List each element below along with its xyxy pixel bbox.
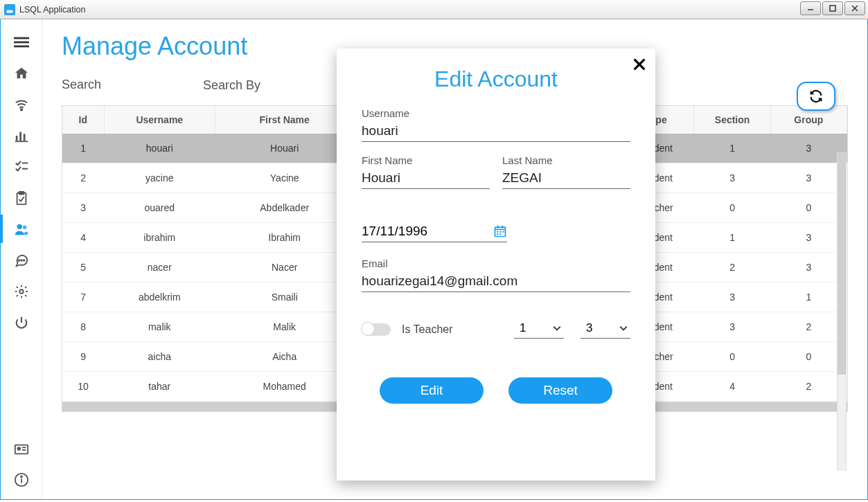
svg-point-25 (17, 447, 20, 450)
nav-accounts[interactable] (1, 213, 42, 244)
window-title: LSQL Application (19, 5, 85, 15)
svg-rect-10 (15, 136, 17, 141)
svg-point-19 (22, 225, 26, 229)
search-by-label[interactable]: Search By (203, 78, 286, 93)
select-section-value: 1 (520, 321, 526, 335)
svg-point-9 (20, 109, 21, 110)
maximize-button[interactable] (822, 1, 843, 15)
refresh-button[interactable] (797, 82, 835, 111)
chevron-down-icon (619, 324, 628, 332)
nav-chat[interactable] (1, 244, 42, 276)
sidebar (1, 19, 42, 499)
nav-power[interactable] (1, 307, 42, 338)
modal-title: Edit Account (362, 66, 630, 92)
svg-point-22 (23, 260, 24, 261)
nav-home[interactable] (1, 57, 42, 89)
svg-rect-17 (19, 191, 24, 194)
chevron-down-icon (553, 324, 561, 332)
nav-info[interactable] (1, 467, 42, 492)
refresh-icon (808, 89, 824, 104)
select-group[interactable]: 3 (581, 320, 630, 339)
chat-icon (14, 253, 29, 268)
close-window-button[interactable] (844, 1, 865, 15)
svg-rect-7 (14, 41, 29, 43)
menu-toggle[interactable] (1, 26, 42, 57)
chart-icon (14, 128, 29, 143)
col-id[interactable]: Id (62, 106, 104, 134)
nav-clipboard[interactable] (1, 182, 42, 213)
svg-rect-11 (19, 132, 21, 141)
svg-point-30 (21, 476, 22, 478)
svg-rect-38 (499, 231, 502, 233)
reset-button[interactable]: Reset (508, 377, 612, 404)
nav-settings[interactable] (1, 276, 42, 307)
svg-rect-39 (502, 231, 504, 233)
label-lastname: Last Name (502, 154, 630, 166)
close-modal-button[interactable] (632, 55, 647, 77)
power-icon (14, 315, 29, 330)
nav-stats[interactable] (1, 120, 42, 151)
svg-rect-1 (7, 10, 13, 12)
edit-account-modal: Edit Account Username houari First Name … (337, 48, 655, 481)
svg-rect-6 (14, 37, 29, 39)
svg-rect-3 (830, 6, 835, 11)
window-titlebar: LSQL Application (0, 0, 868, 19)
label-email: Email (362, 258, 630, 269)
nav-tasks[interactable] (1, 151, 42, 182)
select-group-value: 3 (586, 321, 592, 335)
gear-icon (14, 284, 29, 299)
home-icon (14, 66, 29, 81)
close-icon (632, 57, 647, 72)
dob-value: 17/11/1996 (362, 224, 488, 239)
app-icon (4, 4, 15, 15)
svg-rect-8 (14, 45, 29, 47)
svg-point-18 (17, 224, 21, 228)
svg-point-20 (18, 260, 19, 261)
svg-rect-37 (497, 231, 499, 233)
label-is-teacher: Is Teacher (402, 323, 453, 336)
label-username: Username (362, 107, 630, 119)
svg-rect-13 (15, 141, 27, 142)
minimize-button[interactable] (800, 1, 821, 15)
svg-rect-35 (497, 226, 499, 228)
svg-rect-40 (497, 233, 499, 235)
input-firstname[interactable]: Houari (362, 169, 490, 189)
input-dob[interactable]: 17/11/1996 (362, 224, 507, 242)
svg-point-23 (19, 289, 24, 294)
select-section[interactable]: 1 (514, 320, 564, 339)
col-firstname[interactable]: First Name (215, 106, 353, 134)
id-card-icon (14, 442, 29, 457)
svg-point-21 (21, 260, 22, 261)
main-content: Manage Account Search Search By Id Usern… (42, 19, 867, 499)
toggle-is-teacher[interactable] (362, 323, 391, 336)
hamburger-icon (14, 35, 29, 50)
edit-button[interactable]: Edit (380, 377, 484, 404)
users-icon (14, 222, 29, 237)
checklist-icon (14, 159, 29, 174)
nav-card[interactable] (1, 437, 42, 462)
clipboard-icon (14, 190, 29, 206)
label-firstname: First Name (362, 154, 490, 166)
svg-rect-36 (502, 226, 504, 228)
input-lastname[interactable]: ZEGAI (502, 169, 630, 189)
info-icon (14, 472, 29, 487)
svg-rect-12 (23, 134, 25, 141)
input-username[interactable]: houari (362, 122, 630, 142)
input-email[interactable]: houarizegai14@gmail.com (362, 272, 630, 292)
nav-network[interactable] (1, 89, 42, 120)
wifi-icon (14, 97, 29, 112)
svg-rect-41 (499, 233, 502, 235)
search-input-label[interactable]: Search (62, 78, 186, 93)
col-username[interactable]: Username (104, 106, 215, 134)
vertical-scrollbar[interactable] (837, 152, 847, 470)
calendar-icon[interactable] (493, 224, 507, 238)
